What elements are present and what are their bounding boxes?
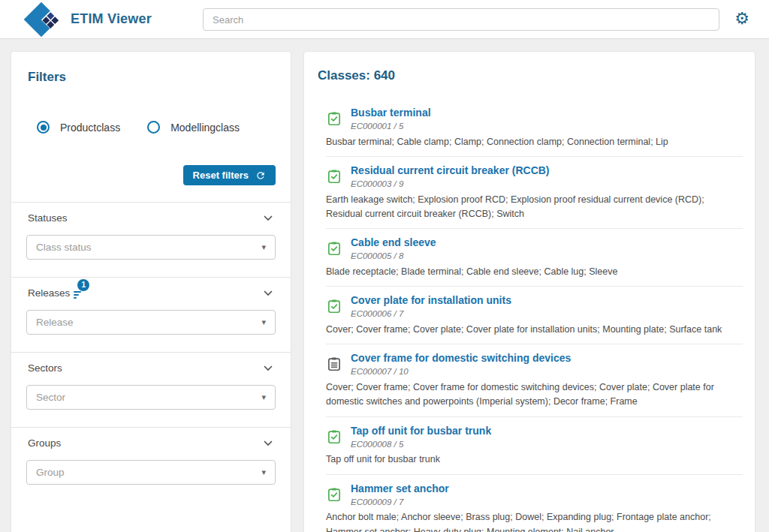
top-bar: ETIM Viewer ⚙ (0, 0, 769, 39)
classes-heading: Classes: 640 (318, 68, 743, 83)
sector-select[interactable]: Sector ▾ (26, 385, 276, 410)
clipboard-check-icon (326, 486, 342, 503)
chevron-down-icon[interactable] (262, 439, 274, 448)
class-code: EC000007 / 10 (351, 367, 571, 377)
filters-panel: Filters Productclass Modellingclass Rese… (11, 51, 291, 532)
class-code: EC000003 / 9 (351, 179, 550, 189)
filter-sections: Statuses Class status ▾ Releases 1 (26, 202, 276, 485)
divider (326, 228, 743, 229)
class-title-link[interactable]: Tap off unit for busbar trunk (351, 425, 491, 437)
group-placeholder: Group (36, 467, 261, 478)
reset-filters-label: Reset filters (193, 170, 249, 181)
radio-selected-icon (37, 121, 50, 134)
filter-lines-icon (74, 291, 81, 293)
class-synonyms: Cover; Cover frame; Cover plate; Cover p… (326, 323, 740, 337)
class-title-link[interactable]: Hammer set anchor (351, 483, 449, 494)
sectors-section-header: Sectors (28, 362, 274, 374)
clipboard-check-icon (326, 110, 342, 127)
dropdown-caret-icon: ▾ (261, 317, 266, 327)
search-input[interactable] (204, 9, 719, 30)
class-synonyms: Earth leakage switch; Explosion proof RC… (326, 193, 740, 222)
groups-label: Groups (28, 437, 61, 449)
sectors-label: Sectors (28, 362, 62, 374)
class-code: EC000009 / 7 (351, 497, 449, 507)
divider (11, 277, 291, 278)
statuses-label: Statuses (28, 212, 68, 224)
class-list-item: Cover frame for domestic switching devic… (316, 351, 743, 416)
active-filter-indicator: 1 (74, 289, 83, 298)
class-code: EC000008 / 5 (351, 440, 491, 449)
divider (326, 156, 743, 157)
class-list-item: Busbar terminal EC000001 / 5 Busbar term… (316, 106, 743, 157)
class-title-link[interactable]: Busbar terminal (351, 107, 431, 119)
divider (11, 202, 291, 203)
release-select[interactable]: Release ▾ (26, 310, 276, 335)
clipboard-check-icon (326, 168, 342, 185)
reset-filters-button[interactable]: Reset filters (183, 165, 276, 185)
class-synonyms: Busbar terminal; Cable clamp; Clamp; Con… (326, 135, 740, 149)
chevron-down-icon[interactable] (262, 364, 274, 373)
divider (326, 286, 743, 287)
class-list: Busbar terminal EC000001 / 5 Busbar term… (316, 106, 743, 532)
radio-unselected-icon (147, 121, 160, 134)
class-list-item: Cable end sleeve EC000005 / 8 Blade rece… (316, 236, 743, 287)
class-code: EC000001 / 5 (351, 122, 431, 131)
sector-placeholder: Sector (36, 392, 261, 403)
class-status-placeholder: Class status (36, 242, 261, 253)
radio-modellingclass[interactable]: Modellingclass (147, 121, 240, 134)
app-title: ETIM Viewer (71, 11, 152, 27)
class-synonyms: Anchor bolt male; Anchor sleeve; Brass p… (326, 510, 740, 532)
class-synonyms: Blade receptacle; Blade terminal; Cable … (326, 265, 740, 279)
clipboard-check-icon (326, 240, 342, 257)
search-box (203, 8, 719, 31)
dropdown-caret-icon: ▾ (261, 242, 266, 252)
clipboard-lines-icon (326, 356, 342, 372)
radio-modellingclass-label: Modellingclass (170, 122, 240, 134)
reset-row: Reset filters (26, 165, 276, 185)
class-list-item: Hammer set anchor EC000009 / 7 Anchor bo… (316, 482, 743, 532)
etim-logo-icon (21, 1, 62, 38)
class-list-item: Residual current circuit breaker (RCCB) … (316, 164, 743, 229)
divider (11, 352, 291, 353)
groups-section-header: Groups (28, 437, 274, 449)
release-placeholder: Release (36, 317, 261, 328)
divider (326, 416, 743, 417)
statuses-section-header: Statuses (28, 212, 274, 224)
clipboard-check-icon (326, 298, 342, 314)
class-list-item: Cover plate for installation units EC000… (316, 293, 743, 344)
dropdown-caret-icon: ▾ (261, 467, 266, 477)
radio-productclass-label: Productclass (60, 122, 120, 134)
filters-title: Filters (28, 70, 276, 85)
releases-label: Releases (28, 287, 70, 299)
clipboard-check-icon (326, 428, 342, 445)
releases-section-header: Releases 1 (28, 287, 274, 299)
class-code: EC000005 / 8 (351, 251, 436, 261)
refresh-icon (255, 170, 266, 181)
group-select[interactable]: Group ▾ (26, 460, 276, 485)
class-title-link[interactable]: Cover plate for installation units (351, 295, 511, 306)
class-code: EC000006 / 7 (351, 309, 511, 319)
divider (326, 344, 743, 344)
chevron-down-icon[interactable] (262, 289, 274, 298)
class-type-radio-group: Productclass Modellingclass (37, 121, 276, 134)
class-title-link[interactable]: Residual current circuit breaker (RCCB) (351, 165, 550, 176)
chevron-down-icon[interactable] (262, 214, 274, 223)
class-title-link[interactable]: Cover frame for domestic switching devic… (351, 353, 571, 364)
gear-icon[interactable]: ⚙ (734, 11, 749, 27)
class-list-item: Tap off unit for busbar trunk EC000008 /… (316, 424, 743, 475)
class-synonyms: Tap off unit for busbar trunk (326, 452, 740, 467)
classes-panel: Classes: 640 Busbar terminal EC000001 / … (303, 51, 755, 532)
dropdown-caret-icon: ▾ (261, 392, 266, 402)
releases-count-badge: 1 (77, 279, 89, 291)
radio-productclass[interactable]: Productclass (37, 121, 120, 134)
class-title-link[interactable]: Cable end sleeve (351, 237, 436, 248)
divider (11, 427, 291, 428)
class-synonyms: Cover; Cover frame; Cover frame for dome… (326, 380, 740, 410)
class-status-select[interactable]: Class status ▾ (26, 235, 276, 260)
divider (326, 474, 743, 475)
